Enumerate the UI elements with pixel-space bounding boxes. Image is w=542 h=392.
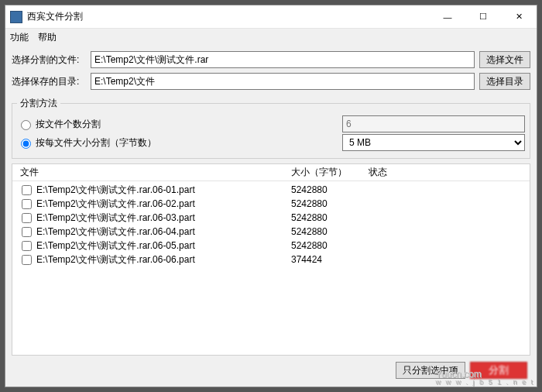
file-name: E:\Temp2\文件\测试文件.rar.06-01.part — [36, 184, 195, 197]
label-by-count[interactable]: 按文件个数分割 — [36, 118, 101, 131]
file-name: E:\Temp2\文件\测试文件.rar.06-02.part — [36, 198, 195, 211]
file-name: E:\Temp2\文件\测试文件.rar.06-05.part — [36, 239, 195, 253]
file-size: 5242880 — [291, 198, 369, 209]
label-by-size[interactable]: 按每文件大小分割（字节数） — [36, 136, 156, 150]
window-title: 西宾文件分割 — [27, 10, 83, 23]
menubar: 功能 帮助 — [5, 29, 537, 46]
radio-by-count[interactable] — [21, 120, 31, 130]
titlebar[interactable]: 西宾文件分割 — ☐ ✕ — [5, 5, 537, 29]
browse-dir-button[interactable]: 选择目录 — [479, 73, 530, 90]
app-icon — [10, 11, 22, 23]
row-checkbox[interactable] — [22, 199, 32, 209]
radio-by-size[interactable] — [21, 139, 31, 149]
minimize-icon: — — [444, 12, 452, 22]
row-dir: 选择保存的目录: 选择目录 — [12, 72, 530, 91]
file-name: E:\Temp2\文件\测试文件.rar.06-04.part — [36, 225, 195, 239]
close-button[interactable]: ✕ — [501, 5, 537, 29]
app-window: 西宾文件分割 — ☐ ✕ 功能 帮助 选择分割的文件: 选择文件 选择保存的目录… — [5, 5, 537, 387]
row-checkbox[interactable] — [22, 255, 32, 265]
menu-function[interactable]: 功能 — [10, 31, 29, 44]
file-size: 5242880 — [291, 240, 369, 251]
file-size: 374424 — [291, 254, 369, 265]
size-combo[interactable]: 5 MB — [342, 134, 525, 151]
split-button[interactable]: 分割 — [470, 362, 527, 379]
row-checkbox[interactable] — [22, 227, 32, 237]
label-choose-file: 选择分割的文件: — [12, 53, 86, 67]
row-checkbox[interactable] — [22, 185, 32, 195]
radio-row-size: 按每文件大小分割（字节数） 5 MB — [17, 133, 525, 152]
close-icon: ✕ — [516, 12, 523, 22]
browse-file-button[interactable]: 选择文件 — [479, 51, 530, 68]
col-header-size[interactable]: 大小（字节） — [291, 166, 369, 179]
menu-help[interactable]: 帮助 — [38, 31, 57, 44]
table-row[interactable]: E:\Temp2\文件\测试文件.rar.06-06.part374424 — [12, 253, 530, 266]
list-header: 文件 大小（字节） 状态 — [12, 164, 530, 181]
row-checkbox[interactable] — [22, 213, 32, 223]
file-list: 文件 大小（字节） 状态 E:\Temp2\文件\测试文件.rar.06-01.… — [12, 163, 530, 356]
label-choose-dir: 选择保存的目录: — [12, 75, 86, 88]
row-checkbox[interactable] — [22, 241, 32, 251]
list-body[interactable]: E:\Temp2\文件\测试文件.rar.06-01.part5242880E:… — [12, 181, 530, 355]
file-size: 5242880 — [291, 226, 369, 237]
file-size: 5242880 — [291, 184, 369, 195]
maximize-button[interactable]: ☐ — [465, 5, 501, 29]
table-row[interactable]: E:\Temp2\文件\测试文件.rar.06-02.part5242880 — [12, 197, 530, 211]
col-header-status[interactable]: 状态 — [369, 166, 530, 179]
file-name: E:\Temp2\文件\测试文件.rar.06-03.part — [36, 211, 195, 225]
split-selected-button[interactable]: 只分割选中项 — [396, 362, 465, 379]
file-size: 5242880 — [291, 212, 369, 223]
radio-row-count: 按文件个数分割 — [17, 115, 525, 133]
content-area: 选择分割的文件: 选择文件 选择保存的目录: 选择目录 分割方法 按文件个数分割 — [5, 46, 537, 387]
table-row[interactable]: E:\Temp2\文件\测试文件.rar.06-01.part5242880 — [12, 183, 530, 197]
minimize-button[interactable]: — — [430, 5, 465, 29]
file-path-input[interactable] — [91, 51, 475, 68]
file-name: E:\Temp2\文件\测试文件.rar.06-06.part — [36, 253, 195, 266]
count-input[interactable] — [342, 115, 525, 132]
maximize-icon: ☐ — [479, 12, 487, 22]
dir-path-input[interactable] — [91, 73, 475, 90]
table-row[interactable]: E:\Temp2\文件\测试文件.rar.06-04.part5242880 — [12, 225, 530, 239]
row-file: 选择分割的文件: 选择文件 — [12, 50, 530, 69]
split-method-group: 分割方法 按文件个数分割 按每文件大小分割（字节数） 5 MB — [12, 97, 530, 159]
table-row[interactable]: E:\Temp2\文件\测试文件.rar.06-05.part5242880 — [12, 239, 530, 253]
footer: 只分割选中项 分割 — [12, 359, 530, 382]
table-row[interactable]: E:\Temp2\文件\测试文件.rar.06-03.part5242880 — [12, 211, 530, 225]
col-header-file[interactable]: 文件 — [12, 166, 291, 179]
split-method-legend: 分割方法 — [17, 97, 60, 110]
